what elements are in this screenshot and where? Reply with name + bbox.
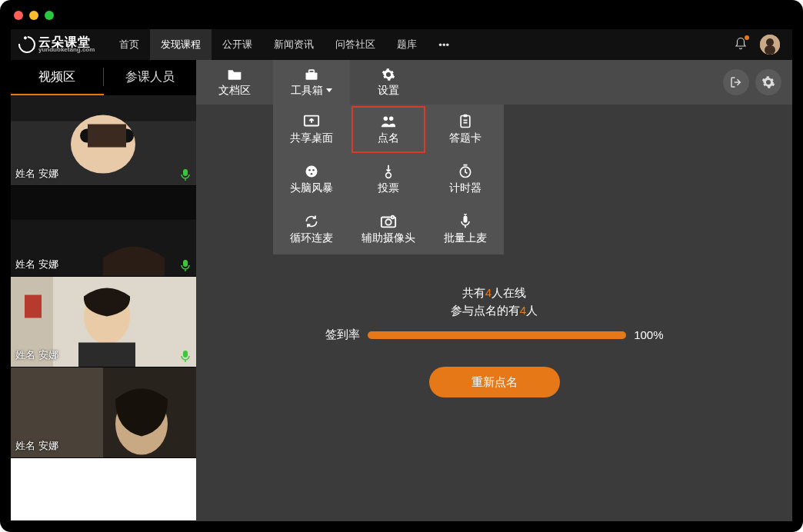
tool-brainstorm[interactable]: 头脑风暴 — [273, 155, 350, 204]
mic-icon[interactable] — [179, 168, 192, 181]
tool-share-screen[interactable]: 共享桌面 — [273, 105, 350, 155]
svg-point-30 — [308, 169, 311, 171]
maximize-window-dot[interactable] — [45, 11, 54, 20]
tool-rollcall[interactable]: 点名 — [350, 105, 427, 155]
svg-rect-39 — [464, 216, 468, 223]
tool-timer[interactable]: 计时器 — [427, 155, 504, 204]
svg-rect-27 — [461, 116, 470, 128]
svg-point-29 — [306, 166, 318, 178]
tab-video-area[interactable]: 视频区 — [11, 60, 103, 94]
main-toolbar: 文档区 工具箱 设置 — [196, 60, 792, 105]
logo[interactable]: 云朵课堂 yunduoketang.com — [11, 36, 108, 53]
recount-button[interactable]: 重新点名 — [429, 367, 560, 397]
nav-home[interactable]: 首页 — [108, 29, 150, 60]
mic-icon[interactable] — [179, 350, 192, 362]
close-window-dot[interactable] — [14, 11, 23, 20]
timer-icon — [457, 164, 474, 179]
nav-discover-courses[interactable]: 发现课程 — [150, 29, 212, 60]
online-count: 4 — [485, 286, 491, 299]
caret-down-icon — [326, 88, 332, 92]
cycle-mic-icon — [303, 214, 320, 229]
attended-line: 参与点名的有4人 — [325, 304, 664, 318]
progress-bar — [368, 331, 627, 339]
tool-cycle-mic[interactable]: 循环连麦 — [273, 204, 350, 254]
settings-button[interactable]: 设置 — [350, 60, 427, 105]
nav-question-bank[interactable]: 题库 — [386, 29, 428, 60]
video-tile[interactable]: 姓名 安娜 — [11, 277, 196, 367]
rollcall-stats: 共有4人在线 参与点名的有4人 签到率 100% 重新点名 — [325, 283, 664, 397]
nav-news[interactable]: 新闻资讯 — [263, 29, 325, 60]
tool-batch-mic[interactable]: 批量上麦 — [427, 204, 504, 254]
participant-name: 姓名 安娜 — [15, 167, 58, 181]
gear-icon — [381, 68, 396, 81]
attended-count: 4 — [520, 304, 526, 317]
participant-name: 姓名 安娜 — [15, 348, 58, 362]
svg-rect-12 — [183, 260, 188, 267]
settings-label: 设置 — [378, 84, 399, 98]
svg-text:+: + — [392, 215, 394, 219]
svg-point-32 — [311, 173, 313, 175]
rate-label: 签到率 — [325, 328, 360, 342]
video-tile-empty — [11, 458, 196, 521]
toolbox-icon — [304, 68, 319, 81]
sidebar: 视频区 参课人员 姓名 安娜 姓名 安娜 — [11, 60, 196, 521]
video-tile[interactable]: 姓名 安娜 — [11, 367, 196, 458]
svg-rect-28 — [464, 115, 468, 117]
svg-point-1 — [766, 38, 774, 46]
folder-icon — [227, 68, 242, 81]
window-controls[interactable] — [14, 11, 54, 20]
rollcall-icon — [380, 114, 397, 129]
participant-name: 姓名 安娜 — [15, 258, 58, 271]
nav-qa-community[interactable]: 问答社区 — [325, 29, 386, 60]
toolbox-button[interactable]: 工具箱 — [273, 60, 350, 105]
avatar[interactable] — [760, 35, 780, 55]
svg-rect-8 — [183, 169, 188, 176]
svg-point-26 — [389, 117, 394, 121]
svg-point-33 — [386, 173, 392, 178]
logo-subtext: yunduoketang.com — [38, 47, 95, 53]
svg-rect-2 — [765, 45, 775, 55]
rate-value: 100% — [634, 328, 663, 341]
answer-card-icon — [457, 114, 474, 129]
gear-icon — [761, 75, 775, 89]
notifications-icon[interactable] — [734, 37, 748, 53]
svg-rect-18 — [183, 351, 188, 357]
brainstorm-icon — [303, 164, 320, 179]
batch-mic-icon — [457, 214, 474, 229]
nav-public-class[interactable]: 公开课 — [212, 29, 263, 60]
doc-area-button[interactable]: 文档区 — [196, 60, 273, 105]
aux-camera-icon: + — [380, 214, 397, 229]
tool-answer-card[interactable]: 答题卡 — [427, 105, 504, 155]
tool-aux-camera[interactable]: + 辅助摄像头 — [350, 204, 427, 254]
nav-more[interactable]: ••• — [428, 29, 460, 60]
exit-button[interactable] — [723, 69, 749, 95]
svg-rect-10 — [11, 186, 196, 220]
video-tile[interactable]: 姓名 安娜 — [11, 186, 196, 277]
online-line: 共有4人在线 — [325, 286, 664, 301]
tab-participants[interactable]: 参课人员 — [104, 60, 196, 94]
tool-vote[interactable]: 投票 — [350, 155, 427, 204]
participant-name: 姓名 安娜 — [15, 439, 58, 453]
toolbox-label: 工具箱 — [291, 84, 323, 98]
top-nav: 云朵课堂 yunduoketang.com 首页 发现课程 公开课 新闻资讯 问… — [11, 29, 792, 60]
minimize-window-dot[interactable] — [29, 11, 38, 20]
exit-icon — [729, 75, 743, 89]
svg-rect-15 — [25, 295, 42, 318]
doc-area-label: 文档区 — [218, 84, 251, 98]
svg-rect-17 — [78, 343, 135, 367]
svg-point-31 — [312, 169, 315, 171]
toolbox-dropdown: 共享桌面 点名 答题卡 头脑风暴 — [273, 105, 504, 254]
video-list: 姓名 安娜 姓名 安娜 姓名 安娜 姓名 — [11, 95, 196, 521]
vote-icon — [380, 164, 397, 179]
share-screen-icon — [303, 114, 320, 129]
svg-point-25 — [384, 117, 388, 121]
main-area: 文档区 工具箱 设置 — [196, 60, 792, 521]
video-tile[interactable]: 姓名 安娜 — [11, 95, 196, 186]
svg-rect-23 — [309, 70, 315, 72]
svg-point-36 — [385, 219, 391, 224]
svg-rect-7 — [88, 125, 126, 148]
settings-round-button[interactable] — [755, 69, 781, 95]
logo-icon — [15, 33, 39, 57]
mic-icon[interactable] — [179, 259, 192, 271]
svg-rect-22 — [306, 72, 318, 79]
